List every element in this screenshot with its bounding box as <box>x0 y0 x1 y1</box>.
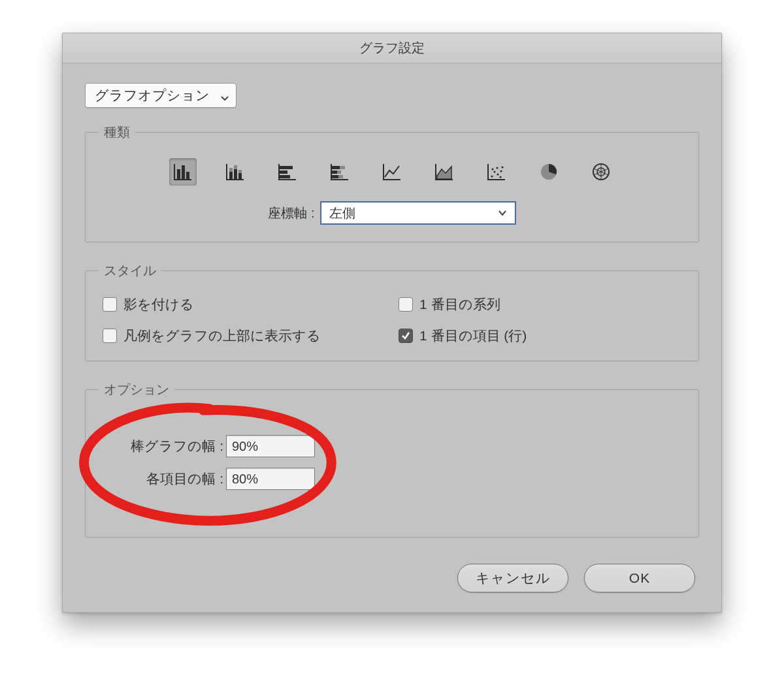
checkbox-icon <box>103 297 117 312</box>
svg-rect-17 <box>338 175 343 178</box>
checkbox-legend-top[interactable]: 凡例をグラフの上部に表示する <box>103 327 385 345</box>
checkbox-icon <box>103 329 117 343</box>
pie-graph-icon[interactable] <box>535 158 563 186</box>
cluster-width-row: 各項目の幅 : 80% <box>99 468 685 490</box>
ok-button[interactable]: OK <box>584 564 695 593</box>
svg-rect-4 <box>229 168 233 172</box>
axis-label: 座標軸 : <box>268 204 314 222</box>
dialog-title: グラフ設定 <box>63 33 721 63</box>
line-graph-icon[interactable] <box>378 158 406 186</box>
svg-point-20 <box>491 168 493 170</box>
checkbox-first-series[interactable]: 1 番目の系列 <box>399 295 681 314</box>
chevron-down-icon <box>498 208 507 218</box>
graph-settings-dialog: グラフ設定 グラフオプション 種類 <box>62 33 722 613</box>
svg-rect-0 <box>177 169 180 179</box>
checkbox-icon <box>399 297 413 312</box>
checkbox-label: 影を付ける <box>123 295 194 314</box>
style-group-legend: スタイル <box>99 262 161 280</box>
svg-rect-10 <box>280 170 287 174</box>
graph-type-icons <box>99 158 685 186</box>
checkbox-label: 1 番目の系列 <box>419 295 500 314</box>
svg-point-24 <box>501 166 503 168</box>
radar-graph-icon[interactable] <box>587 158 615 186</box>
cancel-button[interactable]: キャンセル <box>457 564 568 593</box>
axis-row: 座標軸 : 左側 <box>99 201 685 225</box>
stacked-column-graph-icon[interactable] <box>221 158 249 186</box>
svg-rect-6 <box>234 165 237 169</box>
type-group-legend: 種類 <box>99 123 135 141</box>
svg-rect-15 <box>337 170 341 174</box>
svg-rect-8 <box>238 170 242 173</box>
svg-point-23 <box>500 170 502 172</box>
checkbox-label: 1 番目の項目 (行) <box>419 327 527 345</box>
svg-rect-12 <box>332 166 340 169</box>
bar-width-row: 棒グラフの幅 : 90% <box>99 435 685 457</box>
column-graph-icon[interactable] <box>169 158 197 186</box>
svg-point-25 <box>499 176 501 178</box>
svg-point-18 <box>491 175 493 177</box>
checkbox-label: 凡例をグラフの上部に表示する <box>123 327 321 345</box>
type-group: 種類 <box>85 123 699 242</box>
svg-rect-1 <box>182 165 185 179</box>
checkbox-first-row[interactable]: 1 番目の項目 (行) <box>399 327 681 345</box>
axis-select-value: 左側 <box>329 204 355 222</box>
bar-width-label: 棒グラフの幅 : <box>99 437 226 455</box>
svg-point-19 <box>493 170 495 172</box>
bar-graph-icon[interactable] <box>274 158 301 186</box>
cluster-width-label: 各項目の幅 : <box>99 470 226 488</box>
checkbox-drop-shadow[interactable]: 影を付ける <box>103 295 385 314</box>
svg-rect-16 <box>332 175 338 178</box>
svg-rect-14 <box>332 170 337 174</box>
svg-rect-13 <box>340 166 345 169</box>
graph-category-value: グラフオプション <box>95 86 210 105</box>
svg-rect-7 <box>238 173 242 179</box>
svg-point-22 <box>496 167 498 169</box>
svg-rect-2 <box>186 172 189 179</box>
cluster-width-input[interactable]: 80% <box>226 468 315 490</box>
axis-select[interactable]: 左側 <box>320 201 516 225</box>
svg-rect-11 <box>280 175 290 178</box>
annotation-circle-icon <box>66 395 353 532</box>
dialog-buttons: キャンセル OK <box>85 564 699 593</box>
stacked-bar-graph-icon[interactable] <box>326 158 353 186</box>
svg-rect-3 <box>229 172 233 179</box>
options-group-legend: オプション <box>99 381 174 398</box>
svg-rect-5 <box>234 169 237 179</box>
style-group: スタイル 影を付ける 1 番目の系列 凡例をグラフの上部に表示する <box>85 262 699 361</box>
graph-category-select[interactable]: グラフオプション <box>85 83 237 108</box>
area-graph-icon[interactable] <box>431 158 458 186</box>
checkbox-checked-icon <box>399 329 413 343</box>
bar-width-input[interactable]: 90% <box>226 435 315 457</box>
svg-point-21 <box>497 173 498 175</box>
svg-rect-9 <box>280 166 293 169</box>
dialog-content: グラフオプション 種類 <box>63 63 721 612</box>
chevron-down-icon <box>220 90 229 101</box>
options-group: オプション 棒グラフの幅 : 90% 各項目の幅 : 80% <box>85 381 699 538</box>
scatter-graph-icon[interactable] <box>483 158 510 186</box>
